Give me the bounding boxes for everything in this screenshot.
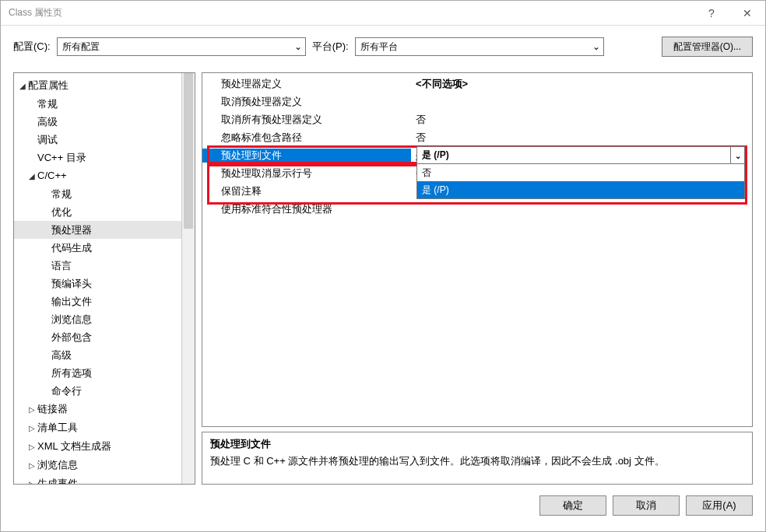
caret-right-icon: ▷ — [26, 438, 37, 456]
tree-node-xml[interactable]: ▷XML 文档生成器 — [14, 437, 181, 456]
ok-button[interactable]: 确定 — [539, 495, 606, 516]
chevron-down-icon[interactable]: ⌄ — [730, 147, 744, 164]
right-panel: 预处理器定义 <不同选项> 取消预处理器定义 取消所有预处理器定义 否 忽略标准… — [202, 72, 753, 485]
tree-node-cc-adv[interactable]: 高级 — [14, 346, 181, 364]
property-grid: 预处理器定义 <不同选项> 取消预处理器定义 取消所有预处理器定义 否 忽略标准… — [202, 72, 753, 427]
prop-row-ignore-std-include[interactable]: 忽略标准包含路径 否 — [202, 128, 752, 146]
platform-value: 所有平台 — [360, 40, 398, 54]
window-title: Class 属性页 — [9, 6, 694, 19]
config-manager-button[interactable]: 配置管理器(O)... — [662, 37, 753, 57]
caret-right-icon: ▷ — [26, 401, 37, 418]
help-button[interactable]: ? — [694, 1, 729, 26]
caret-right-icon: ▷ — [26, 475, 37, 484]
tree-body: ◢配置属性 常规 高级 调试 VC++ 目录 ◢C/C++ 常规 优化 预处理器… — [14, 73, 181, 484]
chevron-down-icon: ⌄ — [294, 41, 302, 52]
config-value: 所有配置 — [62, 40, 100, 54]
tree-node-cc-pch[interactable]: 预编译头 — [14, 275, 181, 292]
cancel-button[interactable]: 取消 — [613, 495, 680, 516]
tree-scrollbar[interactable] — [181, 73, 195, 484]
tree-node-advanced[interactable]: 高级 — [14, 113, 181, 131]
titlebar: Class 属性页 ? ✕ — [1, 1, 765, 26]
tree-node-cc-opt[interactable]: 优化 — [14, 203, 181, 221]
prop-row-undef[interactable]: 取消预处理器定义 — [202, 93, 752, 110]
tree-panel: ◢配置属性 常规 高级 调试 VC++ 目录 ◢C/C++ 常规 优化 预处理器… — [13, 72, 195, 485]
tree-node-cc-codegen[interactable]: 代码生成 — [14, 239, 181, 257]
tree: ◢配置属性 常规 高级 调试 VC++ 目录 ◢C/C++ 常规 优化 预处理器… — [14, 73, 181, 484]
config-toolbar: 配置(C): 所有配置 ⌄ 平台(P): 所有平台 ⌄ 配置管理器(O)... — [1, 26, 765, 61]
description-panel: 预处理到文件 预处理 C 和 C++ 源文件并将预处理的输出写入到文件。此选项将… — [202, 432, 753, 485]
caret-right-icon: ▷ — [26, 419, 37, 437]
close-button[interactable]: ✕ — [729, 1, 765, 26]
dropdown-option-no[interactable]: 否 — [417, 164, 744, 181]
dropdown-selected[interactable]: 是 (/P) ⌄ — [417, 147, 744, 164]
config-combo[interactable]: 所有配置 ⌄ — [57, 37, 306, 56]
caret-down-icon: ◢ — [17, 77, 28, 95]
main-area: ◢配置属性 常规 高级 调试 VC++ 目录 ◢C/C++ 常规 优化 预处理器… — [13, 72, 753, 485]
tree-node-cc-lang[interactable]: 语言 — [14, 257, 181, 275]
tree-node-manifest[interactable]: ▷清单工具 — [14, 418, 181, 437]
prop-row-std-preprocessor[interactable]: 使用标准符合性预处理器 — [202, 200, 752, 218]
tree-node-cc-out[interactable]: 输出文件 — [14, 292, 181, 310]
tree-node-cc-general[interactable]: 常规 — [14, 185, 181, 203]
tree-node-browse[interactable]: ▷浏览信息 — [14, 456, 181, 474]
desc-title: 预处理到文件 — [210, 437, 744, 451]
tree-node-cc-prep[interactable]: 预处理器 — [14, 221, 181, 239]
tree-node-vcpp[interactable]: VC++ 目录 — [14, 149, 181, 166]
scrollbar-thumb[interactable] — [184, 73, 193, 229]
tree-node-cc-all[interactable]: 所有选项 — [14, 364, 181, 382]
prop-row-preprocessor-definitions[interactable]: 预处理器定义 <不同选项> — [202, 75, 752, 93]
tree-node-ccpp[interactable]: ◢C/C++ — [14, 166, 181, 185]
tree-node-buildevt[interactable]: ▷生成事件 — [14, 474, 181, 484]
apply-button[interactable]: 应用(A) — [686, 495, 753, 516]
platform-label: 平台(P): — [312, 40, 349, 54]
dialog-buttons: 确定 取消 应用(A) — [1, 485, 765, 527]
desc-text: 预处理 C 和 C++ 源文件并将预处理的输出写入到文件。此选项将取消编译，因此… — [210, 454, 744, 468]
preprocess-dropdown[interactable]: 是 (/P) ⌄ 否 是 (/P) — [416, 146, 745, 199]
tree-node-root[interactable]: ◢配置属性 — [14, 76, 181, 95]
tree-node-linker[interactable]: ▷链接器 — [14, 400, 181, 418]
prop-row-undef-all[interactable]: 取消所有预处理器定义 否 — [202, 110, 752, 128]
tree-node-general[interactable]: 常规 — [14, 95, 181, 113]
caret-down-icon: ◢ — [26, 167, 37, 185]
platform-combo[interactable]: 所有平台 ⌄ — [355, 37, 604, 56]
tree-node-debug[interactable]: 调试 — [14, 131, 181, 149]
tree-node-cc-cmd[interactable]: 命令行 — [14, 382, 181, 400]
caret-right-icon: ▷ — [26, 457, 37, 474]
dropdown-option-yes[interactable]: 是 (/P) — [417, 181, 744, 198]
tree-node-cc-browse[interactable]: 浏览信息 — [14, 310, 181, 328]
tree-node-cc-ext[interactable]: 外部包含 — [14, 328, 181, 346]
config-label: 配置(C): — [13, 40, 51, 54]
dropdown-list: 否 是 (/P) — [417, 164, 744, 198]
chevron-down-icon: ⌄ — [592, 41, 600, 52]
